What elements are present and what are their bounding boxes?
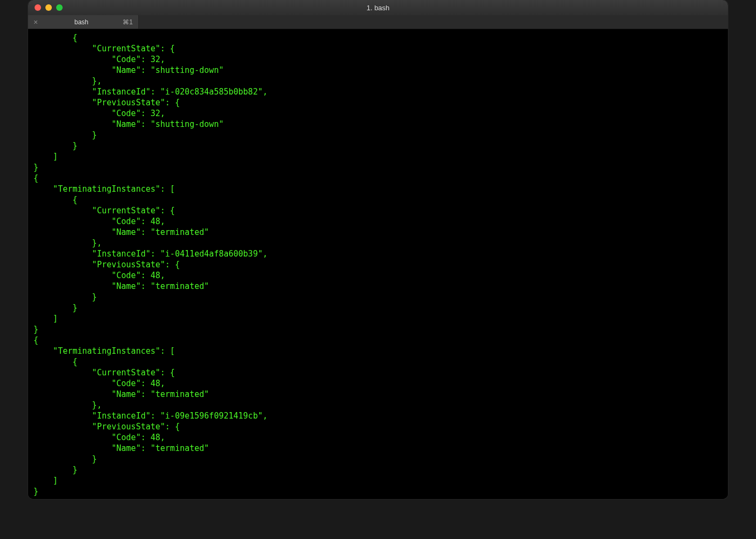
window-title: 1. bash (367, 4, 390, 12)
traffic-lights (28, 4, 63, 11)
terminal-window: 1. bash × bash ⌘1 { "CurrentState": { "C… (28, 0, 728, 499)
tab-bar: × bash ⌘1 (28, 15, 728, 29)
tab-shortcut: ⌘1 (123, 18, 133, 26)
tab-label: bash (56, 18, 106, 26)
terminal-output[interactable]: { "CurrentState": { "Code": 32, "Name": … (28, 29, 728, 499)
tab-bash[interactable]: × bash ⌘1 (28, 15, 139, 29)
zoom-window-button[interactable] (56, 4, 63, 11)
close-window-button[interactable] (35, 4, 41, 11)
close-tab-icon[interactable]: × (31, 18, 40, 26)
minimize-window-button[interactable] (45, 4, 52, 11)
titlebar[interactable]: 1. bash (28, 0, 728, 15)
